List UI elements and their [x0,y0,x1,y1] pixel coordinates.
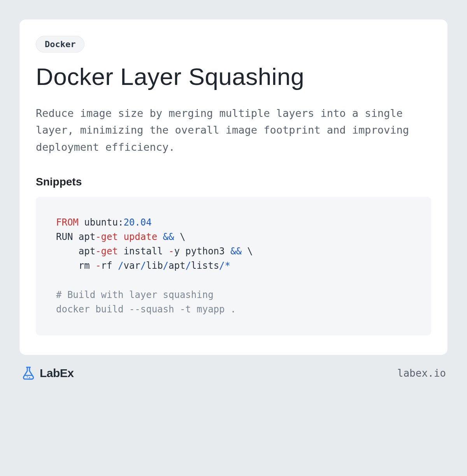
page-footer: LabEx labex.io [19,366,448,381]
brand-url: labex.io [397,367,446,379]
page-title: Docker Layer Squashing [36,63,431,90]
svg-point-1 [29,377,30,378]
content-card: Docker Docker Layer Squashing Reduce ima… [19,19,448,355]
brand-logo: LabEx [21,366,74,381]
snippets-heading: Snippets [36,176,431,188]
category-tag: Docker [36,36,84,53]
svg-point-0 [27,376,28,377]
flask-icon [21,366,36,381]
code-snippet: FROM ubuntu:20.04 RUN apt-get update && … [36,197,431,335]
brand-name: LabEx [40,367,74,380]
page-description: Reduce image size by merging multiple la… [36,105,431,155]
